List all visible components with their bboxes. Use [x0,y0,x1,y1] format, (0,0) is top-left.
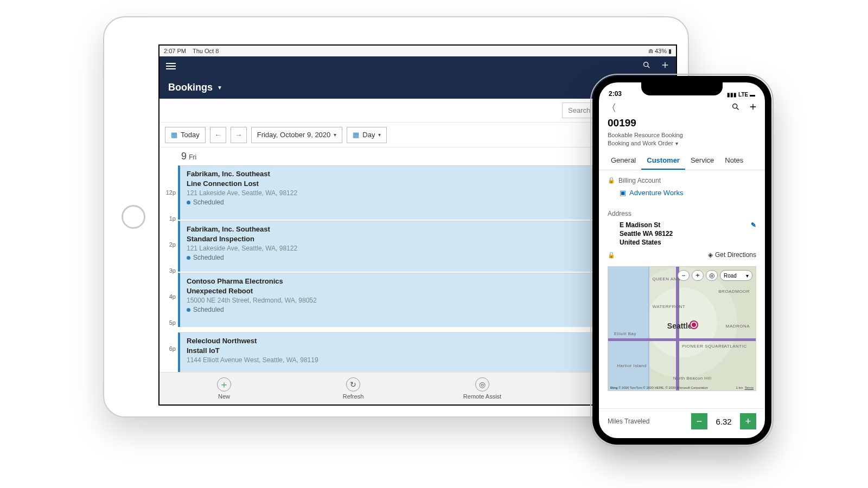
chevron-down-icon[interactable]: ▾ [675,140,678,147]
phone-device-frame: 2:03 ▮▮▮ LTE ▬ 〈 00199 Bookable Resource [592,76,771,445]
hololens-icon: ◎ [475,377,489,391]
map-highway [608,338,756,341]
map-neighborhood: ATLANTIC [724,344,747,349]
map-zoom-in-button[interactable]: + [692,270,704,281]
hour-label: 2p [162,241,176,248]
record-subtitle: Bookable Resource Booking Booking and Wo… [599,129,765,147]
map-neighborhood: PIONEER SQUARE [682,344,725,349]
hour-label: 1p [162,215,176,222]
tab-customer[interactable]: Customer [641,153,685,170]
add-icon[interactable] [661,61,669,72]
day-weekday: Fri [189,153,196,161]
add-icon[interactable] [749,102,757,113]
get-directions-button[interactable]: ◈ Get Directions [708,251,756,259]
address-line3: United States [620,238,756,247]
wifi-icon: ⋒ [648,48,653,55]
date-picker[interactable]: Friday, October 9, 2020 ▾ [251,127,343,143]
address-line1: E Madison St [620,221,756,229]
address-value: E Madison St Seattle WA 98122 United Sta… [608,219,756,249]
record-number: 00199 [608,117,756,129]
hour-label: 12p [162,189,176,196]
miles-increment-button[interactable]: + [740,413,756,429]
hour-label: 6p [162,345,176,352]
map-neighborhood: Elliott Bay [614,331,636,336]
tab-bar: General Customer Service Notes [599,147,765,170]
date-label: Friday, October 9, 2020 [257,131,331,139]
map-copyright: © 2020 TomTom © 2020 HERE, © 2020 Micros… [618,386,708,389]
search-icon[interactable] [731,102,740,113]
refresh-icon: ↻ [346,377,360,391]
back-button[interactable]: 〈 [607,101,616,114]
carrier-label: LTE [738,92,748,98]
map-zoom-out-button[interactable]: − [678,270,690,281]
map-brand: Bing [610,386,617,389]
phone-top-bar: 〈 [599,99,765,117]
map-mode-select[interactable]: Road▾ [720,270,752,281]
miles-value[interactable]: 6.32 [713,417,735,426]
address-label: Address [608,210,631,217]
edit-address-button[interactable]: ✎ [751,221,756,229]
new-button[interactable]: ＋ New [159,373,289,404]
menu-icon[interactable] [166,61,176,71]
new-label: New [218,393,230,400]
lock-icon: 🔒 [608,252,615,259]
today-label: Today [181,131,200,139]
svg-line-5 [737,108,738,110]
miles-decrement-button[interactable]: − [691,413,707,429]
status-dot-icon [187,201,190,204]
chevron-down-icon[interactable]: ▼ [217,85,222,91]
entity-label: Bookable Resource Booking [608,131,756,139]
address-line2: Seattle WA 98122 [620,229,756,238]
status-dot-icon [187,308,190,312]
billing-account-name: Adventure Works [629,189,683,197]
map-view[interactable]: Seattle QUEEN ANNE BROADMOOR WATERFRONT … [608,266,756,391]
battery-percent: 43% [655,48,667,54]
search-icon[interactable] [642,61,651,72]
tablet-status-time: 2:07 PM [164,48,186,54]
billing-label: Billing Account [618,177,661,184]
tab-notes[interactable]: Notes [719,153,749,170]
miles-traveled-row: Miles Traveled − 6.32 + [599,408,765,434]
day-number: 9 [181,151,187,162]
tab-service[interactable]: Service [685,153,719,170]
range-label: Day [362,131,375,139]
chevron-down-icon: ▾ [334,132,336,138]
form-label: Booking and Work Order [608,139,673,147]
map-neighborhood: BROADMOOR [718,289,750,294]
map-neighborhood: Harbor Island [617,363,647,368]
hour-label: 4p [162,293,176,300]
map-pin-icon [691,322,697,328]
status-dot-icon [187,256,190,260]
svg-line-1 [648,66,649,68]
next-day-button[interactable]: → [231,127,247,143]
svg-point-4 [733,104,737,108]
map-neighborhood: MADRONA [726,324,750,329]
prev-day-button[interactable]: ← [210,127,226,143]
map-terms-link[interactable]: Terms [745,386,754,389]
tab-general[interactable]: General [605,153,641,170]
account-icon: ▣ [620,189,626,197]
tablet-home-button[interactable] [122,205,145,229]
map-locate-button[interactable]: ◎ [706,270,718,281]
battery-icon: ▮ [668,48,672,55]
plus-icon: ＋ [219,378,229,391]
billing-account-link[interactable]: ▣ Adventure Works [608,185,756,200]
signal-icon: ▮▮▮ [727,92,737,98]
phone-status-time: 2:03 [609,90,622,98]
today-button[interactable]: ▦ Today [165,127,206,143]
map-city-label: Seattle [667,322,692,330]
refresh-button[interactable]: ↻ Refresh [289,373,418,404]
record-title: 00199 [599,117,765,129]
directions-label: Get Directions [715,251,756,259]
map-mode-label: Road [724,273,737,279]
billing-section: 🔒 Billing Account ▣ Adventure Works [599,170,765,203]
svg-point-0 [644,62,648,67]
map-attribution: Bing © 2020 TomTom © 2020 HERE, © 2020 M… [610,386,754,389]
remote-assist-button[interactable]: ◎ Remote Assist [418,373,547,404]
remote-label: Remote Assist [463,393,501,400]
range-picker[interactable]: ▦ Day ▾ [347,127,387,143]
calendar-grid-icon: ▦ [353,131,359,139]
map-neighborhood: WATERFRONT [653,304,686,309]
hour-label: 5p [162,319,176,326]
tablet-status-bar: 2:07 PM Thu Oct 8 ⋒ 43% ▮ [159,46,676,56]
